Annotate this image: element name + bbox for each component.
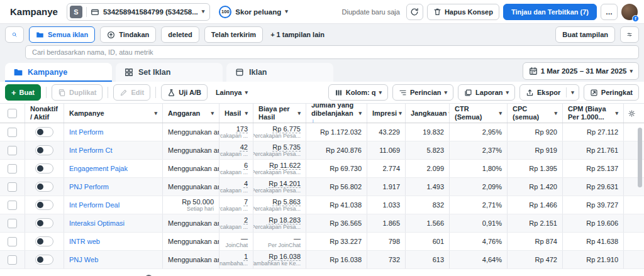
flask-icon: [167, 89, 175, 97]
vertical-scrollbar[interactable]: [638, 128, 642, 187]
campaign-toggle[interactable]: [35, 218, 53, 228]
search-button[interactable]: [5, 26, 24, 43]
row-select-cell: [0, 251, 25, 268]
more-actions-button[interactable]: Lainnya ▾: [212, 84, 252, 101]
campaign-name-link[interactable]: Int Perform: [69, 128, 157, 136]
discard-draft-button[interactable]: Hapus Konsep: [427, 4, 499, 20]
date-range-button[interactable]: 1 Mar 2025 – 31 Mar 2025 ▾: [523, 62, 639, 80]
budget-cell: Menggunakan an...: [163, 178, 219, 196]
row-select-cell: [0, 214, 25, 232]
campaign-name-link[interactable]: Int Perform Ct: [69, 146, 157, 154]
row-checkbox[interactable]: [8, 164, 17, 174]
select-all-checkbox[interactable]: [8, 109, 17, 118]
ctr-cell: 4,64%: [450, 251, 508, 268]
row-checkbox[interactable]: [8, 146, 17, 155]
campaign-name-link[interactable]: Interaksi Optimasi: [69, 219, 157, 227]
search-input[interactable]: [25, 45, 639, 59]
view-tindakan-button[interactable]: Tindakan: [100, 26, 156, 43]
tab-kampanye[interactable]: Kampanye: [5, 63, 112, 82]
col-header-ctr[interactable]: CTR (Semua)▾: [450, 104, 508, 123]
col-header-results[interactable]: Hasil▾: [219, 104, 253, 123]
col-header-amount-spent[interactable]: Jumlah yang dibelanjakan ↓ ▾: [306, 104, 367, 123]
row-select-cell: [0, 123, 25, 141]
campaign-name-link[interactable]: Engagement Pajak: [69, 165, 157, 172]
view-settings-button[interactable]: [620, 26, 639, 43]
row-checkbox[interactable]: [8, 237, 17, 246]
gear-icon[interactable]: [628, 109, 636, 118]
row-toggle-cell: [25, 178, 64, 196]
campaign-name-cell: Int Perform Deal: [64, 196, 163, 214]
avatar[interactable]: f: [621, 4, 638, 20]
col-header-reach[interactable]: Jangkauan▾: [406, 104, 450, 123]
refresh-button[interactable]: [406, 4, 423, 20]
table-header: Nonaktif / Aktif Kampanye▾ Anggaran▾ Has…: [0, 104, 644, 123]
columns-button[interactable]: Kolom: q ▾: [328, 84, 388, 101]
col-header-cpm[interactable]: CPM (Biaya Per 1.000...▾: [563, 104, 624, 123]
results-cell: 6Percakapan ...: [219, 160, 253, 177]
col-header-impressions[interactable]: Impresi▾: [367, 104, 406, 123]
ad-account-icon: [91, 8, 99, 16]
campaign-toggle[interactable]: [35, 236, 53, 246]
col-header-cost-per-result[interactable]: Biaya per Hasil▾: [253, 104, 306, 123]
amount-spent-cell: Rp 1.172.032: [306, 123, 367, 141]
account-selector[interactable]: S 534258941584799 (534258... ▾: [67, 3, 210, 21]
column-settings-cell: [624, 104, 639, 123]
row-checkbox[interactable]: [8, 128, 17, 137]
tab-iklan[interactable]: Iklan: [226, 63, 333, 82]
impressions-cell: 11.069: [367, 141, 406, 159]
create-view-button[interactable]: Buat tampilan: [555, 26, 615, 43]
row-checkbox[interactable]: [8, 201, 17, 210]
row-checkbox[interactable]: [8, 255, 17, 265]
campaign-toggle[interactable]: [35, 163, 53, 174]
row-checkbox[interactable]: [8, 182, 17, 192]
view-all-ads-button[interactable]: Semua iklan: [29, 26, 95, 43]
breakdown-button[interactable]: Perincian ▾: [392, 84, 453, 101]
cpm-cell: Rp 21.910: [563, 251, 624, 268]
row-toggle-cell: [25, 141, 64, 159]
calendar-icon: [529, 67, 538, 75]
campaign-toggle[interactable]: [35, 200, 53, 210]
impressions-cell: 732: [367, 251, 406, 268]
reach-cell: 1.493: [406, 178, 450, 196]
col-header-cpc[interactable]: CPC (semua)▾: [508, 104, 563, 123]
campaign-table: Nonaktif / Aktif Kampanye▾ Anggaran▾ Has…: [0, 104, 644, 276]
col-header-budget[interactable]: Anggaran▾: [163, 104, 219, 123]
campaign-name-link[interactable]: PNJ Web: [69, 256, 157, 263]
trash-icon: [433, 8, 441, 16]
export-button[interactable]: Ekspor: [520, 85, 566, 100]
opportunity-score-button[interactable]: 100 Skor peluang ▾: [219, 6, 287, 18]
sort-down-icon: ↓: [311, 117, 315, 123]
reach-cell: 19.832: [406, 123, 450, 141]
campaign-toggle[interactable]: [35, 182, 53, 192]
rank-button[interactable]: Peringkat: [584, 84, 639, 101]
create-button[interactable]: + Buat: [5, 84, 41, 101]
campaign-toggle[interactable]: [35, 255, 53, 265]
reach-cell: 2.099: [406, 160, 450, 177]
campaign-toggle[interactable]: [35, 127, 53, 137]
col-header-campaign[interactable]: Kampanye▾: [64, 104, 163, 123]
campaign-toggle[interactable]: [35, 145, 53, 155]
settings-spacer-cell: [624, 141, 639, 159]
business-avatar: S: [70, 6, 82, 18]
campaign-name-link[interactable]: PNJ Perform: [69, 183, 157, 190]
impressions-cell: 43.229: [367, 123, 406, 141]
export-options-button[interactable]: ▾: [567, 85, 579, 100]
view-telah-terkirim-button[interactable]: Telah terkirim: [204, 26, 263, 43]
edit-button[interactable]: Edit: [113, 84, 150, 101]
budget-cell: Rp 50.000Setiap hari: [163, 196, 219, 214]
ab-test-button[interactable]: Uji A/B: [161, 84, 208, 101]
impressions-cell: 1.033: [367, 196, 406, 214]
campaign-name-link[interactable]: INTR web: [69, 238, 157, 245]
more-options-button[interactable]: …: [601, 4, 618, 20]
tab-set-iklan[interactable]: Set Iklan: [116, 63, 223, 82]
review-publish-button[interactable]: Tinjau dan Terbitkan (7): [503, 4, 597, 20]
reports-button[interactable]: Laporan ▾: [458, 84, 515, 101]
more-views-button[interactable]: + 1 tampilan lain: [268, 26, 327, 43]
view-deleted-button[interactable]: deleted: [161, 26, 199, 43]
duplicate-button[interactable]: Duplikat: [52, 84, 103, 101]
campaign-name-link[interactable]: Int Perform Deal: [69, 201, 157, 209]
copy-icon: [58, 89, 66, 97]
cpc-cell: Rp 874: [508, 233, 563, 250]
row-checkbox[interactable]: [8, 219, 17, 228]
amount-spent-cell: Rp 36.565: [306, 214, 367, 232]
